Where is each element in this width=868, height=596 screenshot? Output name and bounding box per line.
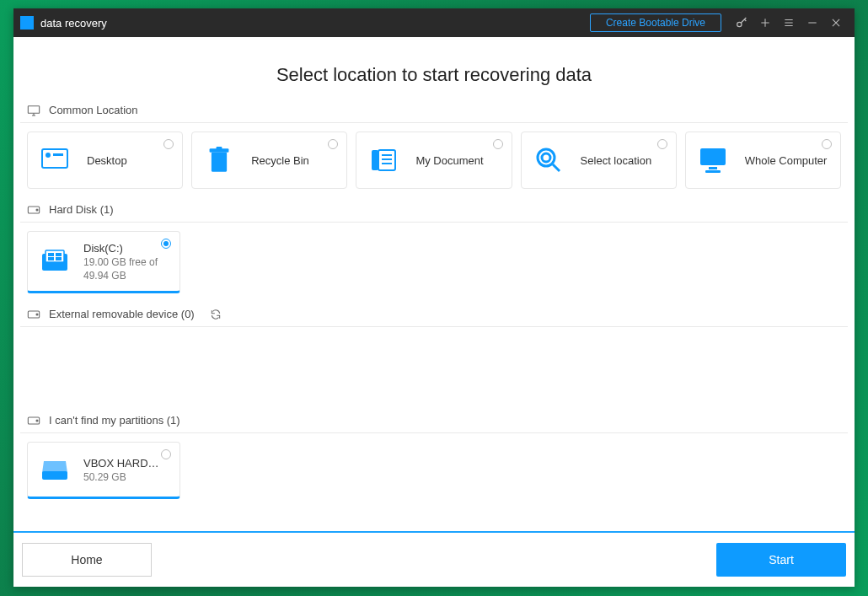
titlebar: data recovery Create Bootable Drive [13, 8, 855, 37]
common-location-cards: Desktop Recycle Bin My Document [20, 123, 848, 197]
trash-icon [202, 143, 236, 177]
lost-name: VBOX HARDDISK... [83, 457, 166, 470]
refresh-icon[interactable] [210, 308, 223, 321]
svg-point-14 [542, 153, 550, 162]
start-button[interactable]: Start [716, 543, 846, 577]
card-label: My Document [415, 154, 483, 167]
bootable-label: Create Bootable Drive [606, 17, 705, 29]
drive-icon [27, 309, 40, 320]
computer-icon [696, 143, 730, 177]
section-hard-disk: Hard Disk (1) [20, 197, 848, 223]
hard-disk-cards: Disk(C:) 19.00 GB free of 49.94 GB [20, 223, 848, 302]
disk-free-line2: 49.94 GB [83, 270, 158, 282]
card-my-document[interactable]: My Document [356, 132, 512, 189]
windows-drive-icon [38, 244, 72, 278]
drive-icon [27, 204, 40, 216]
svg-rect-23 [56, 253, 62, 256]
document-icon [367, 143, 400, 177]
svg-rect-1 [28, 105, 39, 113]
svg-rect-8 [372, 150, 378, 170]
svg-point-13 [538, 149, 555, 166]
svg-rect-5 [212, 153, 227, 172]
home-label: Home [71, 553, 102, 566]
section-label: External removable device (0) [49, 308, 195, 320]
minimize-icon[interactable] [801, 8, 824, 37]
radio-icon [657, 139, 667, 149]
svg-point-0 [737, 22, 742, 26]
svg-rect-17 [705, 170, 721, 173]
desktop-icon [38, 143, 72, 177]
section-label: Hard Disk (1) [49, 203, 114, 216]
svg-rect-15 [700, 148, 726, 165]
start-label: Start [769, 553, 794, 566]
card-label: Whole Computer [745, 154, 828, 167]
harddisk-icon [38, 453, 72, 486]
menu-icon[interactable] [777, 8, 801, 37]
card-lost-partition-0[interactable]: VBOX HARDDISK... 50.29 GB [27, 442, 180, 499]
card-select-location[interactable]: Select location [521, 132, 677, 189]
create-bootable-drive-button[interactable]: Create Bootable Drive [590, 13, 721, 32]
card-whole-computer[interactable]: Whole Computer [685, 132, 841, 189]
svg-rect-4 [53, 153, 63, 156]
svg-rect-22 [48, 253, 54, 256]
svg-rect-2 [42, 149, 67, 168]
page-heading: Select location to start recovering data [13, 37, 855, 98]
section-label: I can't find my partitions (1) [49, 414, 180, 427]
disk-name: Disk(C:) [83, 242, 158, 255]
app-logo-icon [20, 16, 34, 30]
svg-rect-24 [48, 257, 54, 260]
radio-icon [493, 139, 503, 149]
magnifier-icon [532, 143, 565, 177]
footer-bar: Home Start [13, 531, 855, 587]
disk-free-line1: 19.00 GB free of [83, 256, 158, 268]
close-icon[interactable] [824, 8, 848, 37]
svg-point-29 [36, 420, 38, 421]
plus-icon[interactable] [753, 8, 777, 37]
external-empty-area [13, 327, 855, 408]
main-panel: Select location to start recovering data… [13, 37, 855, 587]
radio-icon [161, 449, 171, 459]
section-common-location: Common Location [20, 98, 848, 123]
svg-rect-30 [42, 471, 67, 480]
radio-icon [822, 139, 832, 149]
drive-icon [27, 415, 40, 427]
svg-rect-25 [56, 257, 62, 260]
svg-rect-16 [709, 167, 717, 169]
radio-icon [163, 139, 174, 149]
card-label: Recycle Bin [251, 154, 309, 167]
section-lost-partitions: I can't find my partitions (1) [20, 408, 848, 433]
app-title: data recovery [40, 17, 107, 30]
monitor-icon [27, 105, 40, 116]
disk-info: Disk(C:) 19.00 GB free of 49.94 GB [83, 242, 158, 282]
card-desktop[interactable]: Desktop [27, 132, 183, 189]
key-icon[interactable] [730, 8, 753, 37]
home-button[interactable]: Home [22, 543, 152, 577]
card-label: Select location [581, 154, 652, 167]
svg-point-3 [46, 153, 50, 157]
lost-partition-cards: VBOX HARDDISK... 50.29 GB [20, 433, 848, 507]
svg-point-19 [36, 209, 38, 211]
svg-rect-7 [217, 147, 222, 149]
svg-point-27 [36, 314, 38, 315]
section-label: Common Location [49, 104, 138, 116]
radio-icon [328, 139, 338, 149]
section-external: External removable device (0) [20, 302, 848, 327]
lost-info: VBOX HARDDISK... 50.29 GB [83, 457, 166, 483]
card-label: Desktop [87, 154, 127, 167]
app-window: data recovery Create Bootable Drive Sele… [13, 8, 855, 587]
card-recycle-bin[interactable]: Recycle Bin [191, 132, 347, 189]
card-disk-c[interactable]: Disk(C:) 19.00 GB free of 49.94 GB [27, 231, 180, 293]
radio-icon [161, 239, 171, 249]
lost-size: 50.29 GB [83, 471, 166, 483]
